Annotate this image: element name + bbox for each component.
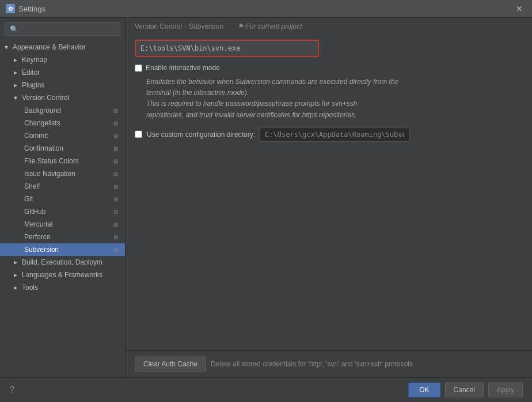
config-dir-input[interactable] [260, 128, 409, 141]
config-dir-row: Use custom configuration directory: [135, 128, 523, 141]
sidebar-label-file-status: File Status Colors [24, 157, 79, 165]
sidebar-item-git[interactable]: Git⊞ [0, 193, 125, 205]
sidebar-item-changelists[interactable]: Changelists⊞ [0, 117, 125, 129]
sidebar-label-languages: Languages & Frameworks [22, 271, 102, 279]
title-bar: ⚙ Settings ✕ [0, 0, 532, 18]
sidebar-label-keymap: Keymap [22, 56, 47, 64]
sidebar-item-background[interactable]: Background⊞ [0, 104, 125, 117]
footer-note: Delete all stored credentials for 'http'… [211, 360, 523, 368]
sidebar-item-shelf[interactable]: Shelf⊞ [0, 180, 125, 193]
issue-nav-vcs-icon: ⊞ [113, 171, 118, 177]
sidebar-item-confirmation[interactable]: Confirmation⊞ [0, 142, 125, 155]
sidebar: ▾Appearance & Behavior▸Keymap▸Editor▸Plu… [0, 18, 126, 377]
file-status-vcs-icon: ⊞ [113, 158, 118, 164]
interactive-mode-row: Enable interactive mode [135, 64, 523, 72]
app-icon: ⚙ [6, 4, 15, 13]
sidebar-label-plugins: Plugins [22, 81, 44, 89]
sidebar-item-build[interactable]: ▸Build, Execution, Deploym [0, 256, 125, 269]
version-control-arrow-icon: ▾ [14, 94, 17, 102]
main-panel: Version Control › Subversion ⚑ For curre… [126, 18, 532, 377]
shelf-vcs-icon: ⊞ [113, 183, 118, 190]
nav-list: ▾Appearance & Behavior▸Keymap▸Editor▸Plu… [0, 41, 125, 294]
config-dir-checkbox[interactable] [135, 131, 142, 138]
sidebar-item-tools[interactable]: ▸Tools [0, 281, 125, 294]
footer-area: Clear Auth Cache Delete all stored crede… [126, 350, 532, 377]
search-input[interactable] [5, 22, 120, 36]
sidebar-label-build: Build, Execution, Deploym [22, 258, 102, 266]
action-buttons: OK Cancel Apply [408, 382, 523, 397]
breadcrumb: Version Control › Subversion ⚑ For curre… [126, 18, 532, 35]
mercurial-vcs-icon: ⊞ [113, 221, 118, 228]
sidebar-item-version-control[interactable]: ▾Version Control [0, 91, 125, 104]
sidebar-label-appearance: Appearance & Behavior [13, 43, 86, 51]
sidebar-label-subversion: Subversion [24, 246, 59, 254]
interactive-mode-description: Emulates the behavior when Subversion co… [146, 76, 523, 121]
sidebar-label-tools: Tools [22, 284, 38, 292]
sidebar-item-file-status[interactable]: File Status Colors⊞ [0, 155, 125, 167]
sidebar-item-plugins[interactable]: ▸Plugins [0, 79, 125, 91]
sidebar-label-issue-nav: Issue Navigation [24, 170, 75, 178]
appearance-arrow-icon: ▾ [5, 43, 8, 51]
tools-arrow-icon: ▸ [14, 284, 17, 292]
content-area: ▾Appearance & Behavior▸Keymap▸Editor▸Plu… [0, 18, 532, 377]
settings-dialog: ⚙ Settings ✕ ▾Appearance & Behavior▸Keym… [0, 0, 532, 402]
cancel-button[interactable]: Cancel [445, 382, 484, 397]
keymap-arrow-icon: ▸ [14, 56, 17, 64]
svn-path-wrapper [135, 40, 319, 57]
close-button[interactable]: ✕ [512, 3, 526, 14]
breadcrumb-part2: Subversion [189, 22, 223, 30]
changelists-vcs-icon: ⊞ [113, 120, 118, 127]
breadcrumb-sep: › [184, 22, 187, 30]
sidebar-label-shelf: Shelf [24, 182, 40, 190]
sidebar-label-perforce: Perforce [24, 233, 50, 241]
sidebar-label-github: GitHub [24, 208, 45, 216]
svn-path-input[interactable] [136, 41, 318, 56]
subversion-vcs-icon: ⊞ [113, 247, 118, 253]
interactive-mode-checkbox[interactable] [135, 64, 142, 72]
sidebar-item-editor[interactable]: ▸Editor [0, 66, 125, 79]
sidebar-item-mercurial[interactable]: Mercurial⊞ [0, 218, 125, 231]
commit-vcs-icon: ⊞ [113, 133, 118, 139]
interactive-mode-label[interactable]: Enable interactive mode [146, 64, 220, 72]
apply-button[interactable]: Apply [488, 382, 523, 397]
sidebar-item-issue-nav[interactable]: Issue Navigation⊞ [0, 167, 125, 180]
sidebar-item-subversion[interactable]: Subversion⊞ [0, 243, 125, 256]
ok-button[interactable]: OK [408, 382, 440, 397]
breadcrumb-note: ⚑ For current project [237, 22, 302, 30]
sidebar-item-github[interactable]: GitHub⊞ [0, 205, 125, 218]
config-dir-label[interactable]: Use custom configuration directory: [147, 131, 255, 139]
confirmation-vcs-icon: ⊞ [113, 146, 118, 152]
sidebar-item-perforce[interactable]: Perforce⊞ [0, 231, 125, 243]
sidebar-label-background: Background [24, 106, 61, 114]
build-arrow-icon: ▸ [14, 258, 17, 266]
sidebar-label-changelists: Changelists [24, 119, 60, 127]
form-area: Enable interactive mode Emulates the beh… [126, 35, 532, 350]
bottom-bar: ? OK Cancel Apply [0, 377, 532, 402]
github-vcs-icon: ⊞ [113, 209, 118, 215]
clear-auth-cache-button[interactable]: Clear Auth Cache [135, 357, 206, 372]
sidebar-item-languages[interactable]: ▸Languages & Frameworks [0, 269, 125, 281]
sidebar-label-commit: Commit [24, 132, 48, 140]
sidebar-label-confirmation: Confirmation [24, 144, 63, 152]
perforce-vcs-icon: ⊞ [113, 234, 118, 240]
sidebar-item-commit[interactable]: Commit⊞ [0, 129, 125, 142]
editor-arrow-icon: ▸ [14, 68, 17, 76]
help-button[interactable]: ? [9, 385, 14, 395]
git-vcs-icon: ⊞ [113, 196, 118, 202]
plugins-arrow-icon: ▸ [14, 81, 17, 89]
sidebar-label-mercurial: Mercurial [24, 220, 52, 228]
background-vcs-icon: ⊞ [113, 108, 118, 114]
sidebar-item-appearance[interactable]: ▾Appearance & Behavior [0, 41, 125, 53]
dialog-title: Settings [18, 5, 45, 13]
languages-arrow-icon: ▸ [14, 271, 17, 279]
sidebar-label-version-control: Version Control [22, 94, 69, 102]
sidebar-item-keymap[interactable]: ▸Keymap [0, 53, 125, 66]
breadcrumb-part1: Version Control [135, 22, 182, 30]
sidebar-label-editor: Editor [22, 68, 40, 76]
sidebar-label-git: Git [24, 195, 33, 203]
